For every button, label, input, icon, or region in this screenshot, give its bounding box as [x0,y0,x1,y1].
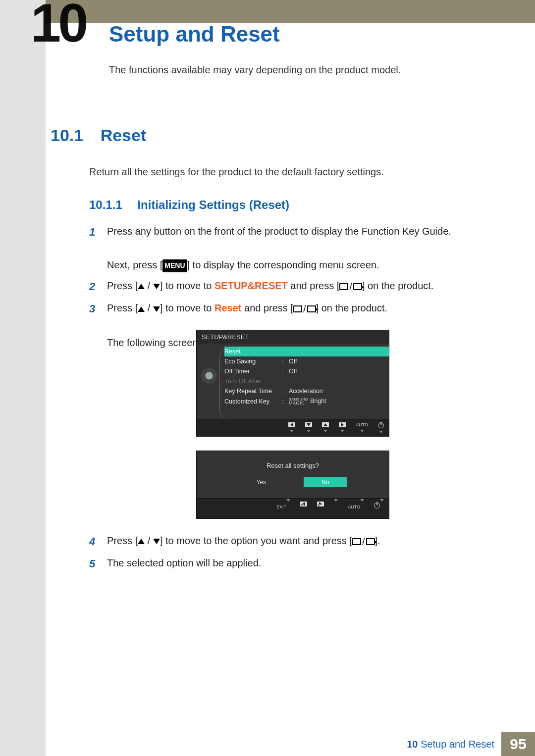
osd-row-eco[interactable]: Eco Saving : Off [224,356,389,366]
subsection-title: Initializing Settings (Reset) [137,198,289,211]
source-enter-icon: / [339,278,362,295]
menu-icon: MENU [162,259,187,272]
osd-value: Acceleration [289,388,384,395]
source-enter-icon: / [293,301,316,317]
target-label: SETUP&RESET [214,280,288,291]
txt: Press [ [107,535,138,546]
osd-footer: AUTO [197,419,389,436]
txt: ] on the product. [316,302,388,313]
enter-icon[interactable] [334,502,338,515]
step-number: 3 [89,300,107,318]
dialog-question: Reset all settings? [197,451,389,477]
nav-left-icon[interactable] [288,422,295,433]
triangle-down-icon [153,284,160,289]
auto-button[interactable]: AUTO [356,422,368,433]
step-5-text: The selected option will be applied. [107,554,495,571]
intro-text: The functions available may vary dependi… [109,64,401,76]
txt: Press [ [107,302,138,313]
section-title: Reset [101,126,147,145]
dialog-footer: EXIT AUTO [197,498,389,518]
osd-row-turnoff: Turn Off After [224,376,389,386]
osd-title: SETUP&RESET [197,330,389,344]
step-1-line1: Press any button on the front of the pro… [107,226,451,237]
step-4: 4 Press [ / ] to move to the option you … [89,532,495,551]
nav-down-icon[interactable] [305,422,312,433]
arc-divider [219,347,231,421]
txt: and press [ [288,280,340,291]
pdf-sidebar [0,0,46,756]
page-number: 95 [501,732,535,756]
dialog-yes[interactable]: Yes [239,477,284,487]
osd-label: Turn Off After [224,378,282,385]
pdf-header-band [46,0,535,23]
page-footer: 10 Setup and Reset 95 [46,732,535,756]
target-label: Reset [214,302,241,313]
subsection-heading: 10.1.1 Initializing Settings (Reset) [89,198,289,212]
gear-icon [203,369,215,382]
step-2: 2 Press [ / ] to move to SETUP&RESET and… [89,277,495,296]
steps-list-continued: 4 Press [ / ] to move to the option you … [89,532,495,573]
chapter-number: 10 [31,0,85,54]
txt: Press [ [107,280,138,291]
page-title: Setup and Reset [109,22,280,47]
osd-label: Customized Key [224,398,282,405]
osd-value: Off [289,368,384,375]
reset-confirm-dialog: Reset all settings? Yes No EXIT AUTO [196,451,389,519]
txt: ] on the product. [362,280,434,291]
section-description: Return all the settings for the product … [89,166,384,178]
step-5: 5 The selected option will be applied. [89,554,495,573]
nav-right-icon[interactable] [339,422,346,433]
osd-label: Eco Saving [224,358,282,365]
osd-screenshot-group: SETUP&RESET Reset Eco Saving : Off Off T… [196,330,389,519]
nav-up-icon[interactable] [322,422,329,433]
exit-button[interactable]: EXIT [276,502,290,515]
section-number: 10.1 [51,126,83,145]
osd-label: Reset [224,348,282,355]
section-heading: 10.1 Reset [51,126,146,145]
nav-right-icon[interactable] [317,502,324,515]
step-1-line2-post: ] to display the corresponding menu scre… [187,259,379,270]
osd-row-reset[interactable]: Reset [224,347,389,356]
txt: ] to move to [160,302,214,313]
osd-value: SAMSUNGMAGICBright [289,398,384,405]
source-enter-icon: / [352,533,375,550]
step-number: 2 [89,277,107,296]
triangle-up-icon [138,306,145,312]
osd-label: Key Repeat Time [224,388,282,395]
triangle-up-icon [138,539,145,544]
step-number: 1 [89,223,107,241]
step-number: 5 [89,554,107,573]
subsection-number: 10.1.1 [89,198,122,211]
nav-left-icon[interactable] [300,502,307,515]
power-icon[interactable] [378,422,384,433]
footer-chapter-label: 10 Setup and Reset [407,739,494,750]
auto-button[interactable]: AUTO [348,502,364,515]
step-number: 4 [89,532,107,551]
osd-row-offtimer[interactable]: Off Timer : Off [224,366,389,376]
txt: ] to move to [160,280,214,291]
osd-label: Off Timer [224,368,282,375]
power-icon[interactable] [374,502,384,515]
step-1: 1 Press any button on the front of the p… [89,223,495,273]
dialog-no[interactable]: No [304,477,347,487]
triangle-down-icon [153,539,160,544]
osd-row-keyrepeat[interactable]: Key Repeat Time : Acceleration [224,386,389,396]
osd-menu: SETUP&RESET Reset Eco Saving : Off Off T… [196,330,389,437]
triangle-up-icon [138,284,145,289]
txt: ] to move to the option you want and pre… [160,535,352,546]
txt: and press [ [241,302,293,313]
step-1-line2-pre: Next, press [ [107,259,162,270]
osd-row-customkey[interactable]: Customized Key : SAMSUNGMAGICBright [224,396,389,407]
osd-value: Off [289,358,384,365]
triangle-down-icon [153,306,160,312]
